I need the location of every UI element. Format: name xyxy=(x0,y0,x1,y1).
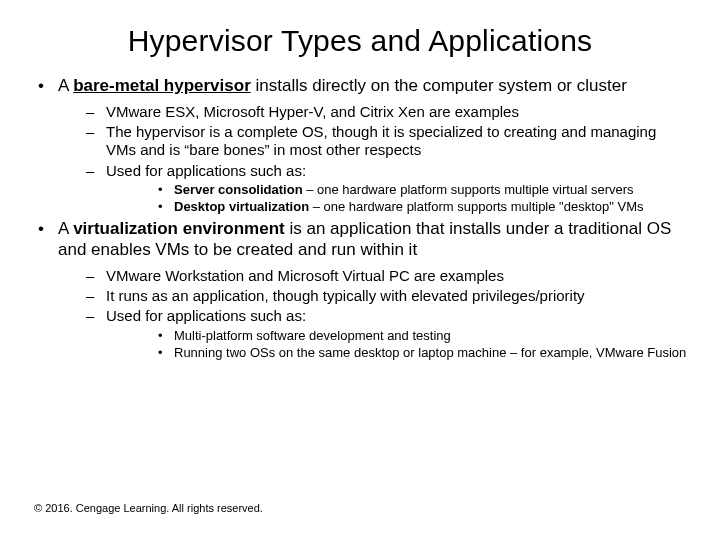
text: A xyxy=(58,219,73,238)
sub-list: VMware ESX, Microsoft Hyper-V, and Citri… xyxy=(58,103,690,216)
text: – one hardware platform supports multipl… xyxy=(309,199,643,214)
copyright-footer: © 2016. Cengage Learning. All rights res… xyxy=(34,502,263,514)
sub-sub-item: Multi-platform software development and … xyxy=(106,328,690,344)
slide: Hypervisor Types and Applications A bare… xyxy=(0,0,720,540)
sub-item: VMware ESX, Microsoft Hyper-V, and Citri… xyxy=(58,103,690,121)
bullet-virtualization-env: A virtualization environment is an appli… xyxy=(30,219,690,361)
text: – one hardware platform supports multipl… xyxy=(303,182,634,197)
term-virtualization-env: virtualization environment xyxy=(73,219,285,238)
sub-sub-list: Multi-platform software development and … xyxy=(106,328,690,362)
slide-title: Hypervisor Types and Applications xyxy=(30,24,690,58)
text: Used for applications such as: xyxy=(106,307,306,324)
sub-item: The hypervisor is a complete OS, though … xyxy=(58,123,690,160)
text: A xyxy=(58,76,73,95)
text: Used for applications such as: xyxy=(106,162,306,179)
sub-item: It runs as an application, though typica… xyxy=(58,287,690,305)
sub-sub-item: Running two OSs on the same desktop or l… xyxy=(106,345,690,361)
sub-sub-item: Desktop virtualization – one hardware pl… xyxy=(106,199,690,215)
sub-sub-item: Server consolidation – one hardware plat… xyxy=(106,182,690,198)
sub-item: Used for applications such as: Server co… xyxy=(58,162,690,216)
sub-sub-list: Server consolidation – one hardware plat… xyxy=(106,182,690,216)
text: installs directly on the computer system… xyxy=(251,76,627,95)
term: Server consolidation xyxy=(174,182,303,197)
term: Desktop virtualization xyxy=(174,199,309,214)
sub-item: VMware Workstation and Microsoft Virtual… xyxy=(58,267,690,285)
sub-list: VMware Workstation and Microsoft Virtual… xyxy=(58,267,690,361)
sub-item: Used for applications such as: Multi-pla… xyxy=(58,307,690,361)
term-bare-metal: bare-metal hypervisor xyxy=(73,76,251,95)
bullet-list: A bare-metal hypervisor installs directl… xyxy=(30,76,690,361)
bullet-bare-metal: A bare-metal hypervisor installs directl… xyxy=(30,76,690,215)
